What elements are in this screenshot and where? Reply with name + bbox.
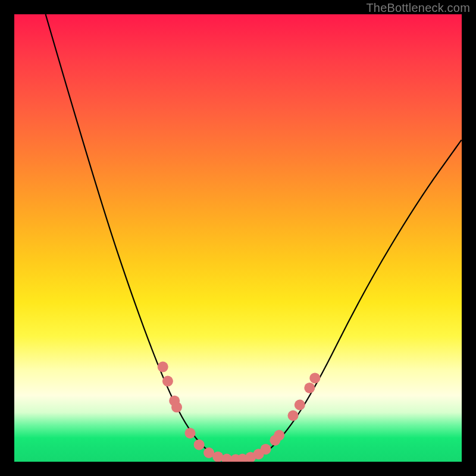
highlight-dot [295, 400, 305, 411]
highlight-dot [261, 444, 271, 455]
highlight-dot [274, 430, 284, 441]
plot-area [14, 14, 462, 462]
highlight-dot [288, 411, 299, 421]
highlight-dots [158, 362, 321, 462]
highlight-dot [158, 362, 168, 372]
chart-svg [14, 14, 462, 462]
highlight-dot [309, 372, 320, 383]
bottleneck-curve [46, 14, 462, 459]
highlight-dot [185, 428, 196, 439]
watermark-text: TheBottleneck.com [366, 1, 470, 15]
chart-frame [14, 14, 462, 462]
highlight-dot [162, 376, 173, 387]
highlight-dot [304, 383, 315, 393]
highlight-dot [194, 439, 205, 450]
highlight-dot [171, 402, 182, 412]
